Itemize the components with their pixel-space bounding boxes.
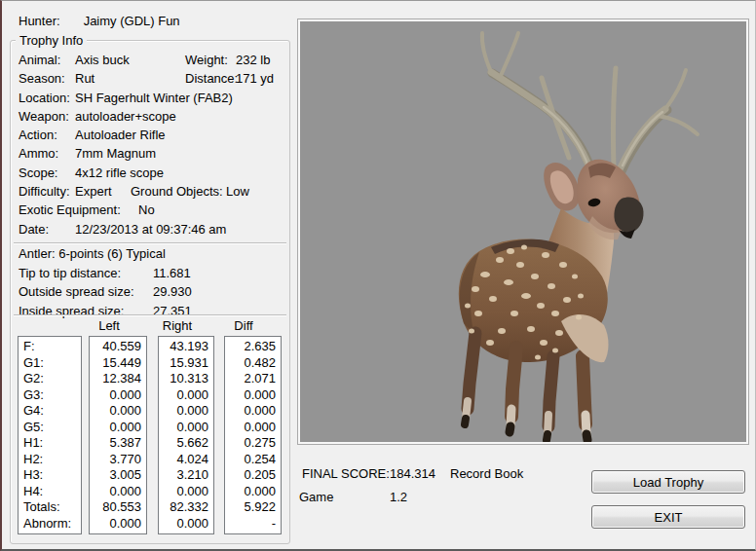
load-trophy-button[interactable]: Load Trophy bbox=[591, 470, 745, 494]
diff-value: 2.071 bbox=[225, 371, 281, 387]
weight-label: Weight: bbox=[185, 53, 228, 67]
measure-label: H1: bbox=[19, 435, 81, 452]
measure-label: G4: bbox=[19, 403, 81, 420]
measurement-labels-listbox[interactable]: F: G1: G2: G3: G4: G5: H1: H2: H3: H4: T… bbox=[18, 336, 82, 534]
left-value: 0.000 bbox=[90, 403, 146, 420]
diff-value: 0.482 bbox=[225, 355, 281, 372]
row-tip-to-tip: Tip to tip distance: 11.681 bbox=[19, 266, 285, 285]
row-scope: Scope: 4x12 rifle scope bbox=[19, 165, 285, 184]
right-value: 43.193 bbox=[159, 339, 213, 355]
measure-label: G3: bbox=[19, 387, 81, 404]
left-value: 12.384 bbox=[90, 371, 146, 387]
antler-summary: Antler: 6-points (6) Typical bbox=[19, 246, 285, 266]
muzzle bbox=[614, 197, 643, 232]
antlers bbox=[482, 33, 698, 175]
animal-value: Axis buck bbox=[75, 53, 130, 67]
row-season-distance: Season: Rut Distance: 171 yd bbox=[19, 71, 285, 90]
record-book-rank: Record Book bbox=[450, 466, 523, 481]
date-label: Date: bbox=[19, 222, 49, 237]
location-label: Location: bbox=[19, 91, 70, 105]
deer-3d-render bbox=[300, 21, 746, 442]
ground-objects-value: Low bbox=[226, 184, 249, 199]
diff-value: 0.254 bbox=[225, 452, 281, 468]
diff-value: 0.205 bbox=[225, 467, 281, 484]
right-value: 10.313 bbox=[159, 371, 213, 387]
distance-label: Distance: bbox=[185, 71, 238, 86]
measure-label: H2: bbox=[19, 452, 81, 468]
diff-value: 0.000 bbox=[225, 484, 281, 500]
distance-value: 171 yd bbox=[236, 71, 274, 86]
ground-objects-label: Ground Objects: bbox=[131, 184, 223, 199]
left-value: 3.770 bbox=[90, 452, 146, 468]
column-header-diff: Diff bbox=[214, 318, 273, 333]
left-value: 0.000 bbox=[90, 484, 146, 500]
separator-antler bbox=[14, 242, 286, 244]
left-value: 40.559 bbox=[90, 339, 146, 355]
right-value: 5.662 bbox=[159, 435, 213, 452]
exit-button[interactable]: EXIT bbox=[591, 505, 745, 529]
difficulty-value: Expert bbox=[75, 184, 112, 199]
measure-label: Totals: bbox=[19, 499, 81, 516]
weapon-value: autoloader+scope bbox=[75, 109, 176, 124]
row-weapon: Weapon: autoloader+scope bbox=[19, 109, 285, 128]
difficulty-label: Difficulty: bbox=[19, 184, 70, 199]
diff-values-listbox[interactable]: 2.635 0.482 2.071 0.000 0.000 0.000 0.27… bbox=[224, 336, 282, 534]
location-value: SH Fagerhult Winter (FAB2) bbox=[75, 91, 233, 105]
tip-to-tip-label: Tip to tip distance: bbox=[19, 266, 121, 280]
row-outside-spread: Outside spread size: 29.930 bbox=[19, 284, 285, 304]
left-value: 0.000 bbox=[90, 387, 146, 404]
ammo-value: 7mm Magnum bbox=[75, 146, 156, 161]
exotic-equipment-label: Exotic Equipment: bbox=[19, 202, 121, 217]
left-value: 15.449 bbox=[90, 355, 146, 372]
measure-label: Abnorm: bbox=[19, 516, 81, 533]
right-value: 3.210 bbox=[159, 467, 213, 484]
row-exotic-equipment: Exotic Equipment: No bbox=[19, 202, 285, 221]
row-date: Date: 12/23/2013 at 09:37:46 am bbox=[19, 222, 285, 240]
right-value: 0.000 bbox=[159, 420, 213, 436]
right-value: 0.000 bbox=[159, 516, 213, 533]
measure-label: F: bbox=[19, 339, 81, 355]
right-value: 0.000 bbox=[159, 484, 213, 500]
hunter-label: Hunter: bbox=[19, 14, 60, 28]
column-header-left: Left bbox=[80, 318, 138, 333]
measure-label: G5: bbox=[19, 420, 81, 436]
row-difficulty: Difficulty: Expert Ground Objects: Low bbox=[19, 184, 285, 202]
left-values-listbox[interactable]: 40.559 15.449 12.384 0.000 0.000 0.000 5… bbox=[89, 336, 147, 534]
trophy-info-fields: Animal: Axis buck Weight: 232 lb Season:… bbox=[19, 53, 285, 240]
scope-label: Scope: bbox=[19, 165, 57, 180]
diff-value: - bbox=[225, 516, 281, 533]
hunter-line: Hunter:Jaimy (GDL) Fun bbox=[19, 14, 180, 28]
deer-ear bbox=[544, 163, 580, 210]
action-value: Autoloader Rifle bbox=[75, 128, 166, 142]
left-value: 5.387 bbox=[90, 435, 146, 452]
weapon-label: Weapon: bbox=[19, 109, 69, 124]
ammo-label: Ammo: bbox=[19, 146, 58, 161]
exotic-equipment-value: No bbox=[138, 202, 155, 217]
diff-value: 5.922 bbox=[225, 499, 281, 516]
left-value: 3.005 bbox=[90, 467, 146, 484]
game-label: Game bbox=[299, 490, 333, 504]
row-location: Location: SH Fagerhult Winter (FAB2) bbox=[19, 91, 285, 109]
action-label: Action: bbox=[19, 128, 57, 142]
viewport-canvas bbox=[300, 21, 746, 442]
diff-value: 0.000 bbox=[225, 420, 281, 436]
right-value: 4.024 bbox=[159, 452, 213, 468]
trophy-3d-viewport[interactable] bbox=[297, 18, 749, 445]
date-value: 12/23/2013 at 09:37:46 am bbox=[75, 222, 226, 237]
trophy-viewer-window: Hunter:Jaimy (GDL) Fun Trophy Info Anima… bbox=[0, 0, 756, 551]
right-value: 82.332 bbox=[159, 499, 213, 516]
outside-spread-value: 29.930 bbox=[153, 284, 192, 299]
diff-value: 0.275 bbox=[225, 435, 281, 452]
measure-label: H4: bbox=[19, 484, 81, 500]
diff-value: 2.635 bbox=[225, 339, 281, 355]
scope-value: 4x12 rifle scope bbox=[75, 165, 164, 180]
right-values-listbox[interactable]: 43.193 15.931 10.313 0.000 0.000 0.000 5… bbox=[158, 336, 214, 534]
hunter-value: Jaimy (GDL) Fun bbox=[84, 14, 180, 28]
diff-value: 0.000 bbox=[225, 387, 281, 404]
antler-summary-text: Antler: 6-points (6) Typical bbox=[19, 246, 166, 261]
season-label: Season: bbox=[19, 71, 65, 86]
outside-spread-label: Outside spread size: bbox=[19, 284, 134, 299]
separator-measurements bbox=[14, 314, 286, 316]
measure-label: H3: bbox=[19, 467, 81, 484]
weight-value: 232 lb bbox=[236, 53, 270, 67]
